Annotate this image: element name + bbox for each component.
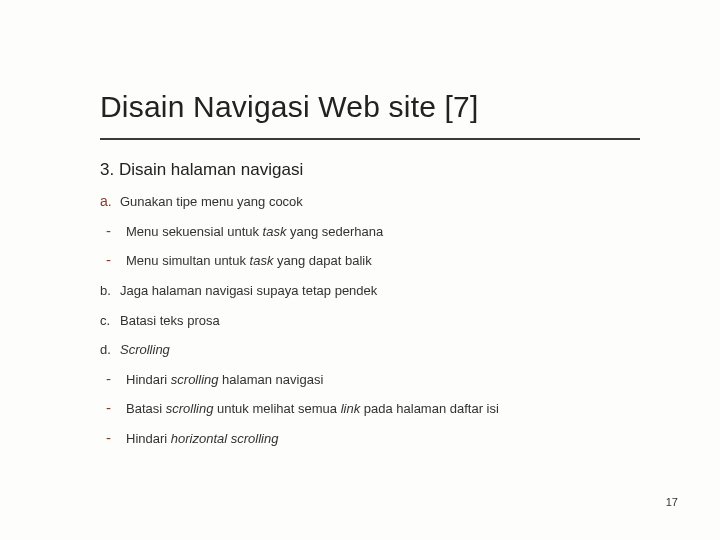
list-marker: - bbox=[106, 400, 126, 415]
list-marker: - bbox=[106, 223, 126, 238]
list-text: Hindari scrolling halaman navigasi bbox=[126, 371, 323, 389]
list-item: -Menu sekuensial untuk task yang sederha… bbox=[100, 223, 640, 241]
list-item: b.Jaga halaman navigasi supaya tetap pen… bbox=[100, 282, 640, 300]
list-text: Gunakan tipe menu yang cocok bbox=[120, 193, 303, 211]
list-marker: - bbox=[106, 371, 126, 386]
list-item: -Batasi scrolling untuk melihat semua li… bbox=[100, 400, 640, 418]
list-text: Hindari horizontal scrolling bbox=[126, 430, 278, 448]
list-marker: b. bbox=[100, 282, 120, 300]
list-text: Batasi teks prosa bbox=[120, 312, 220, 330]
list-text: Menu simultan untuk task yang dapat bali… bbox=[126, 252, 372, 270]
list-text: Menu sekuensial untuk task yang sederhan… bbox=[126, 223, 383, 241]
list-marker: c. bbox=[100, 312, 120, 330]
list-marker: d. bbox=[100, 341, 120, 359]
section-heading: 3. Disain halaman navigasi bbox=[100, 160, 640, 180]
list-text: Jaga halaman navigasi supaya tetap pende… bbox=[120, 282, 377, 300]
content-list: a.Gunakan tipe menu yang cocok-Menu seku… bbox=[100, 192, 640, 447]
page-number: 17 bbox=[666, 496, 678, 508]
list-item: -Menu simultan untuk task yang dapat bal… bbox=[100, 252, 640, 270]
list-marker: - bbox=[106, 252, 126, 267]
title-rule bbox=[100, 138, 640, 140]
list-item: c.Batasi teks prosa bbox=[100, 312, 640, 330]
list-marker: a. bbox=[100, 192, 120, 211]
slide-title: Disain Navigasi Web site [7] bbox=[100, 90, 640, 124]
list-item: a.Gunakan tipe menu yang cocok bbox=[100, 192, 640, 211]
list-text: Scrolling bbox=[120, 341, 170, 359]
list-marker: - bbox=[106, 430, 126, 445]
list-item: -Hindari scrolling halaman navigasi bbox=[100, 371, 640, 389]
list-item: -Hindari horizontal scrolling bbox=[100, 430, 640, 448]
list-item: d.Scrolling bbox=[100, 341, 640, 359]
list-text: Batasi scrolling untuk melihat semua lin… bbox=[126, 400, 499, 418]
